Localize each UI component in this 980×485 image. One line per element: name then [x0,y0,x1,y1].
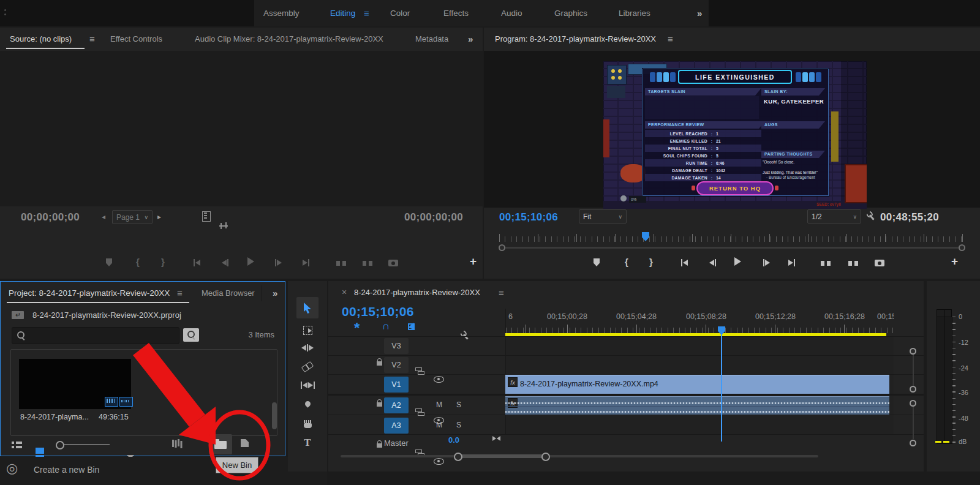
timeline-settings-wrench-icon[interactable] [458,329,472,343]
zoom-slider-track[interactable] [64,444,110,445]
new-bin-button[interactable] [209,434,232,454]
track-v3-target[interactable]: V3 [384,338,409,354]
bin-up-icon[interactable]: ↵ [12,311,24,319]
type-tool[interactable]: T [288,437,327,449]
v-scroll-handle[interactable] [910,386,916,393]
thumbnail-audio-badge-icon[interactable] [119,397,133,407]
source-button-editor-icon[interactable]: + [470,257,477,266]
source-add-marker-button[interactable] [106,258,112,266]
track-select-forward-tool[interactable] [288,326,327,335]
program-go-to-in-button[interactable] [681,259,688,266]
track-a3-target[interactable]: A3 [384,418,409,434]
source-overwrite-button[interactable] [363,259,372,266]
tab-project[interactable]: Project: 8-24-2017-playmatrix-Review-20X… [9,288,170,298]
zoom-slider-handle[interactable] [56,441,64,449]
ripple-edit-tool[interactable] [288,344,327,352]
tab-metadata[interactable]: Metadata [415,34,448,43]
program-step-back-button[interactable] [709,259,716,266]
fit-dropdown[interactable]: Fit ∨ [579,209,627,224]
slip-tool[interactable] [288,382,327,389]
program-scrollbar-right-handle[interactable] [959,244,965,251]
drag-audio-icon[interactable] [219,223,228,231]
track-v2-target[interactable]: V2 [384,357,409,373]
track-v1-visibility-icon[interactable] [434,458,444,465]
clip-thumbnail[interactable] [19,359,131,409]
program-step-forward-button[interactable] [763,259,770,266]
page-next-icon[interactable]: ▸ [157,212,161,221]
zoom-handle-left[interactable] [454,453,462,461]
tab-effect-controls[interactable]: Effect Controls [110,34,162,43]
razor-tool[interactable] [288,364,327,370]
track-v3-visibility-icon[interactable] [434,376,444,383]
automate-to-sequence-button[interactable] [172,440,174,447]
clip-name-label[interactable]: 8-24-2017-playma... [20,413,89,421]
clip-fx-badge[interactable]: fx [508,377,518,387]
workspace-tab-libraries[interactable]: Libraries [619,0,650,26]
source-step-back-button[interactable] [222,259,228,266]
timeline-zoom-scrollbar-thumb[interactable] [458,454,547,458]
v-scroll-handle[interactable] [910,400,916,407]
audio-meter-bars[interactable] [937,317,952,444]
linked-selection-icon[interactable] [408,323,418,331]
timeline-tab-close-icon[interactable]: × [342,287,347,297]
program-scrollbar[interactable] [502,247,962,249]
project-tabs-overflow-icon[interactable]: » [273,288,276,298]
fit-sequence-icon[interactable] [492,436,500,441]
page-prev-icon[interactable]: ◂ [102,212,105,221]
timeline-zoom-scrollbar-track[interactable] [341,455,818,457]
workspace-tab-color[interactable]: Color [390,0,410,26]
source-go-to-in-button[interactable] [194,259,200,266]
resolution-dropdown[interactable]: 1/2 ∨ [807,209,861,224]
project-breadcrumb[interactable]: 8-24-2017-playmatrix-Review-20XX.prproj [32,310,181,320]
video-clip-v1[interactable]: fx 8-24-2017-playmatrix-Review-20XX.mp4 [505,375,889,394]
v-scroll-track-bottom[interactable] [913,407,914,439]
track-v3-lock-icon[interactable] [377,361,382,366]
program-lift-button[interactable] [821,259,831,266]
program-mark-in-button[interactable]: { [625,258,628,266]
track-a2-target[interactable]: A2 [384,397,409,413]
program-mark-out-button[interactable]: } [649,258,653,266]
workspace-tab-editing[interactable]: Editing [330,0,355,26]
tab-media-browser[interactable]: Media Browser [202,288,255,298]
workspace-tab-effects[interactable]: Effects [443,0,469,26]
project-content-area[interactable]: 8-24-2017-playma... 49:36:15 [10,349,277,436]
source-mark-out-button[interactable]: } [161,258,165,266]
list-view-button[interactable] [12,441,22,449]
track-v2-sync-lock-icon[interactable] [415,408,425,416]
track-a2-mute-button[interactable]: M [436,400,442,409]
source-export-frame-button[interactable] [388,260,398,266]
audio-clip-a2[interactable]: fx [505,396,889,415]
program-current-timecode[interactable]: 00;15;10;06 [499,211,558,224]
track-a3-mute-button[interactable]: M [436,421,442,429]
hand-tool[interactable] [288,419,327,428]
workspace-tab-graphics[interactable]: Graphics [554,0,587,26]
workspace-editing-menu-icon[interactable]: ≡ [364,0,369,26]
track-v1-lock-icon[interactable] [377,443,382,448]
timeline-ruler[interactable]: 6 00;15;00;28 00;15;04;28 00;15;08;28 00… [505,309,894,333]
project-search-input[interactable] [12,327,179,344]
program-export-frame-button[interactable] [875,260,884,266]
icon-view-button[interactable] [36,448,44,454]
timeline-tab[interactable]: 8-24-2017-playmatrix-Review-20XX [354,288,480,297]
source-tabs-overflow-icon[interactable]: » [468,34,472,44]
track-a2-solo-button[interactable]: S [456,400,461,409]
timeline-panel-menu-icon[interactable]: ≡ [499,287,504,298]
nest-toggle-icon[interactable]: * [354,325,360,331]
tab-audio-clip-mixer[interactable]: Audio Clip Mixer: 8-24-2017-playmatrix-R… [195,34,383,43]
master-level-value[interactable]: 0.0 [448,435,459,445]
v-scroll-handle[interactable] [910,440,916,446]
program-extract-button[interactable] [848,259,858,266]
new-item-button[interactable] [241,439,249,447]
source-go-to-out-button[interactable] [303,259,309,266]
project-scrollbar-thumb[interactable] [272,402,277,429]
source-insert-button[interactable] [336,259,346,266]
v-scroll-handle[interactable] [910,348,916,355]
workspace-overflow-icon[interactable]: » [697,0,701,26]
v-scroll-track-top[interactable] [913,355,914,386]
program-add-marker-button[interactable] [594,258,600,266]
snap-magnet-icon[interactable]: ∩ [382,321,390,331]
page-selector-dropdown[interactable]: Page 1 ∨ [112,210,153,224]
source-mark-in-button[interactable]: { [136,258,140,266]
drag-video-icon[interactable] [202,211,211,222]
search-bin-button[interactable] [183,328,199,342]
